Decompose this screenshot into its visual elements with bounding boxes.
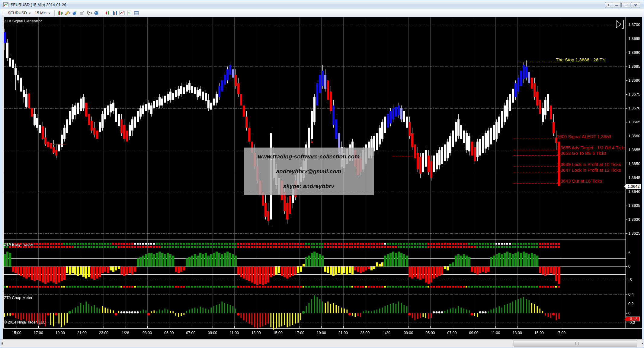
time-axis-label: 03:00 bbox=[399, 331, 418, 335]
main-panel-overlay: www.trading-software-collection.com andr… bbox=[0, 17, 626, 329]
price-axis-label: 1,3665 bbox=[628, 120, 640, 124]
signal-annotation-text: 1,3649 Lock in Profit at 10 Ticks bbox=[557, 162, 621, 167]
time-axis-label: 17:00 bbox=[290, 331, 309, 335]
price-axis-label: 1,3645 bbox=[628, 175, 640, 180]
scroll-left-icon[interactable] bbox=[2, 342, 3, 345]
signal-annotation-text: 1,3647 Lock in Profit at 12 Ticks bbox=[557, 167, 621, 173]
time-axis-label: 07:00 bbox=[182, 331, 200, 335]
time-axis-label: 05:00 bbox=[160, 331, 178, 335]
time-axis-label: 1/28 bbox=[117, 331, 135, 335]
price-axis-label: 1,3650 bbox=[628, 161, 640, 166]
last-price-badge: 1,3642 bbox=[626, 184, 641, 189]
time-axis-label: 17:00 bbox=[552, 331, 570, 335]
time-axis-label: 21:00 bbox=[334, 331, 352, 335]
time-axis-label: 15:00 bbox=[8, 331, 26, 335]
signal-annotation-text: 1600 Signal ALERT 1,3659 bbox=[557, 134, 611, 139]
stop-annotation-text: The Stop 1,3686 - 26 T's bbox=[556, 57, 605, 62]
time-axis-label: 05:00 bbox=[421, 331, 439, 335]
price-axis-label: 1,3685 bbox=[628, 64, 640, 69]
price-axis-label: 1,3695 bbox=[628, 36, 640, 41]
scrollbar-thumb[interactable] bbox=[514, 340, 637, 346]
time-axis-label: 15:00 bbox=[530, 331, 548, 335]
signal-annotation-text: 1,3655 Adv Target - 1/2 Off 4 Ticks bbox=[557, 145, 626, 150]
price-axis-label: 1,3640 bbox=[628, 189, 640, 194]
watermark-box: www.trading-software-collection.com andr… bbox=[244, 148, 374, 195]
watermark-line: andreybbrv@gmail.com bbox=[276, 168, 341, 175]
chop-axis-label: 0,2 bbox=[628, 301, 634, 306]
easy-axis-label: -5 bbox=[628, 278, 632, 282]
easy-axis-label: 5 bbox=[628, 251, 630, 255]
time-axis-label: 19:00 bbox=[51, 331, 69, 335]
time-axis-label: 13:00 bbox=[508, 331, 526, 335]
time-axis-label: 13:00 bbox=[247, 331, 265, 335]
time-axis-label: 07:00 bbox=[443, 331, 461, 335]
chop-axis-label: 0,4 bbox=[628, 292, 634, 297]
chop-axis-label: -0,2 bbox=[628, 320, 635, 325]
time-axis-label: 11:00 bbox=[225, 331, 243, 335]
price-axis-label: 1,3625 bbox=[628, 231, 640, 236]
horizontal-scrollbar[interactable] bbox=[0, 339, 644, 347]
price-axis-label: 1,3630 bbox=[628, 217, 640, 222]
time-axis-label: 21:00 bbox=[73, 331, 91, 335]
time-axis-label: 11:00 bbox=[486, 331, 505, 335]
price-axis-label: 1,3690 bbox=[628, 50, 640, 55]
time-axis-label: 15:00 bbox=[269, 331, 287, 335]
time-axis-label: 09:00 bbox=[465, 331, 483, 335]
signal-annotation-text: 1,3653 Go To BE 6 Ticks bbox=[557, 151, 607, 156]
time-axis-label: 23:00 bbox=[95, 331, 113, 335]
signal-annotation-text: 1,3643 Out at 16 Ticks bbox=[557, 178, 602, 184]
time-axis-label: 09:00 bbox=[203, 331, 222, 335]
price-axis-label: 1,3680 bbox=[628, 78, 640, 83]
time-axis-label: 19:00 bbox=[312, 331, 330, 335]
price-axis-label: 1,3675 bbox=[628, 92, 640, 96]
price-axis-label: 1,3660 bbox=[628, 134, 640, 138]
watermark-line: skype: andreybbrv bbox=[283, 183, 334, 190]
time-axis-label: 1/29 bbox=[378, 331, 396, 335]
price-axis-label: 1,3655 bbox=[628, 148, 640, 152]
ninjatrader-chart-window: $EURUSD (15 Min) 2014-01-29 L $EURUSD ▼ … bbox=[0, 0, 644, 348]
chop-axis-label: 0 bbox=[628, 311, 630, 315]
price-axis-label: 1,3700 bbox=[628, 22, 640, 27]
scrollbar-grip-icon bbox=[575, 342, 578, 345]
time-axis-label: 23:00 bbox=[356, 331, 374, 335]
price-axis-label: 1,3635 bbox=[628, 203, 640, 208]
price-axis-label: 1,3670 bbox=[628, 106, 640, 110]
time-axis-label: 17:00 bbox=[29, 331, 47, 335]
easy-axis-label: 0 bbox=[628, 264, 630, 268]
time-axis-label: 03:00 bbox=[138, 331, 156, 335]
scroll-right-icon[interactable] bbox=[642, 342, 643, 345]
watermark-line: www.trading-software-collection.com bbox=[258, 153, 360, 160]
